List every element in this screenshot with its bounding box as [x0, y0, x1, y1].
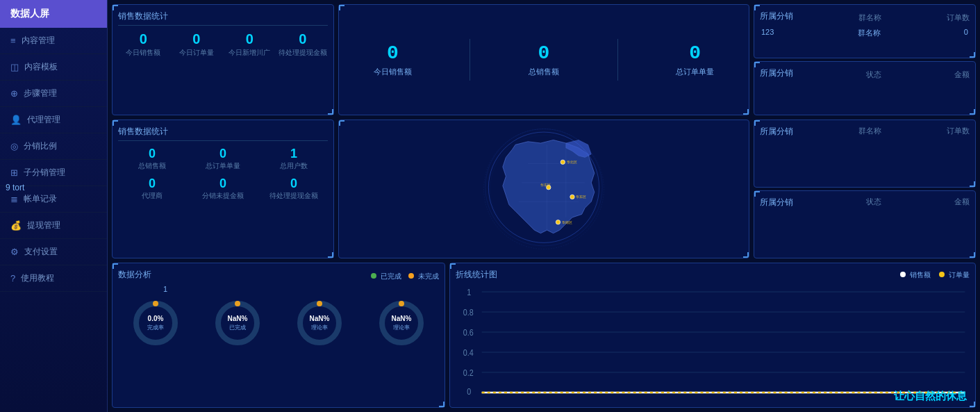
svg-point-25 — [300, 304, 339, 343]
sidebar-item-label: 使用教程 — [21, 272, 54, 284]
sales-total-stats2: 0 代理商 0 分销未提金额 0 待处理提现金额 — [118, 176, 328, 201]
right-top: 所属分销 群名称 订单数 123 群名称 0 所属分销 状态 金额 — [754, 4, 976, 115]
legend-sales-dot — [900, 272, 906, 277]
legend-orders: 订单量 — [939, 270, 970, 280]
center-divider-2 — [617, 39, 618, 81]
svg-text:NaN%: NaN% — [392, 315, 412, 322]
sales-today-title: 销售数据统计 — [118, 10, 328, 26]
legend-orders-dot — [939, 272, 945, 277]
center-total-orders: 0 总订单单量 — [676, 42, 714, 77]
donut-row: 0.0% 完成率 NaN% 已完成 — [118, 299, 439, 347]
sidebar-title: 数据人屏 — [10, 8, 49, 20]
svg-text:理论率: 理论率 — [393, 324, 410, 331]
stat-today-new: 0 今日新增川广 — [224, 31, 275, 57]
svg-text:2024 08 13: 2024 08 13 — [809, 397, 837, 398]
svg-text:已完成: 已完成 — [229, 324, 246, 331]
svg-text:0.6: 0.6 — [463, 327, 474, 338]
svg-text:NaN%: NaN% — [310, 315, 330, 322]
right-mid-col1: 群名称 — [858, 126, 881, 140]
stat-agents-lbl: 代理商 — [118, 191, 186, 201]
stat-today-orders: 0 今日订单量 — [172, 31, 222, 57]
stat-today-orders-lbl: 今日订单量 — [179, 49, 214, 56]
sidebar-item-agent[interactable]: 👤 代理管理 — [0, 107, 107, 133]
dist-row1-group: 群名称 — [858, 28, 881, 38]
center-total-sales: 0 总销售额 — [529, 42, 559, 77]
stat-total-sales-val: 0 — [118, 147, 186, 161]
center-total-sales-val: 0 — [529, 42, 559, 64]
withdraw-icon: 💰 — [10, 220, 22, 231]
stat-total-orders: 0 总订单单量 — [189, 147, 257, 171]
distribution-sales-panel: 所属分销 群名称 订单数 123 群名称 0 — [754, 4, 976, 58]
dist-row1-orders: 0 — [964, 28, 968, 38]
analysis-legend: 已完成 未完成 — [371, 272, 439, 281]
tutorial-icon: ? — [10, 273, 15, 283]
stat-unsettled: 0 分销未提金额 — [189, 176, 257, 201]
sidebar-item-label: 代理管理 — [27, 114, 60, 126]
legend-sales: 销售额 — [900, 270, 931, 280]
stat-pending-withdraw-lbl: 待处理提现金额 — [260, 191, 328, 201]
dist-row1-name: 123 — [761, 28, 774, 38]
right-mid-col2: 订单数 — [947, 126, 970, 140]
center-total-sales-lbl: 总销售额 — [529, 67, 559, 77]
sidebar-item-steps[interactable]: ⊕ 步骤管理 — [0, 81, 107, 107]
sidebar-item-payment[interactable]: ⚙ 支付设置 — [0, 239, 107, 265]
svg-text:0.0%: 0.0% — [148, 315, 164, 322]
svg-text:NaN%: NaN% — [228, 315, 248, 322]
dist-col2: 订单数 — [947, 13, 970, 23]
nine-tort-label: 9 tort — [0, 180, 30, 195]
right-mid-bottom-panel: 所属分销 状态 金额 — [754, 190, 976, 258]
sidebar-item-content[interactable]: ≡ 内容管理 — [0, 28, 107, 54]
svg-text:理论率: 理论率 — [311, 324, 328, 331]
svg-text:0.8: 0.8 — [463, 307, 474, 318]
stat-today-new-lbl: 今日新增川广 — [229, 49, 270, 56]
stat-agents-val: 0 — [118, 176, 186, 191]
ratio-icon: ◎ — [10, 141, 18, 151]
template-icon: ◫ — [10, 62, 19, 72]
donut-4: NaN% 理论率 — [377, 299, 426, 347]
bottom-text: 让心自然的休息 — [894, 390, 967, 403]
svg-text:1: 1 — [467, 287, 471, 297]
right-mid-col4: 金额 — [954, 197, 970, 211]
right-mid-top-panel: 所属分销 群名称 订单数 — [754, 120, 976, 188]
legend-done-dot — [371, 273, 376, 279]
sidebar-item-tutorial[interactable]: ? 使用教程 — [0, 265, 107, 292]
mid-row: 销售数据统计 0 总销售额 0 总订单单量 1 总用户数 0 代理商 — [112, 120, 976, 258]
stat-pending-withdraw: 0 待处理提现金额 — [260, 176, 328, 201]
stat-unsettled-lbl: 分销未提金额 — [189, 191, 257, 201]
stat-total-orders-val: 0 — [189, 147, 257, 161]
sales-today-stats: 0 今日销售额 0 今日订单量 0 今日新增川广 0 待处理提现金额 — [118, 31, 328, 57]
chart-legend: 销售额 订单量 — [900, 270, 970, 280]
bottom-row: 数据分析 已完成 未完成 1 — [112, 263, 976, 408]
stat-total-users: 1 总用户数 — [260, 147, 328, 171]
sidebar-item-label: 内容模板 — [24, 61, 58, 73]
donut-3-svg: NaN% 理论率 — [295, 299, 344, 347]
sidebar-item-ratio[interactable]: ◎ 分销比例 — [0, 133, 107, 160]
sales-total-title: 销售数据统计 — [118, 126, 328, 141]
stat-today-pending: 0 待处理提现金额 — [278, 31, 329, 57]
stat-today-new-val: 0 — [224, 31, 275, 47]
bills-icon: ≣ — [10, 194, 18, 204]
center-today-sales-lbl: 今日销售额 — [374, 67, 412, 77]
svg-text:华东区: 华东区 — [576, 195, 586, 199]
stat-total-orders-lbl: 总订单单量 — [189, 161, 257, 171]
stat-today-sales: 0 今日销售额 — [118, 31, 169, 57]
analysis-title: 数据分析 — [118, 269, 151, 283]
legend-undone-dot — [408, 273, 414, 279]
sidebar-item-template[interactable]: ◫ 内容模板 — [0, 54, 107, 81]
stat-unsettled-val: 0 — [189, 176, 257, 191]
svg-point-13 — [556, 220, 560, 224]
svg-text:2024 08 08: 2024 08 08 — [482, 397, 510, 398]
svg-text:2024 08 11: 2024 08 11 — [678, 397, 706, 398]
legend-done: 已完成 — [371, 272, 401, 281]
stat-today-orders-val: 0 — [172, 31, 222, 47]
distribution-detail-panel: 所属分销 状态 金额 — [754, 61, 976, 115]
svg-text:0: 0 — [467, 386, 471, 397]
stat-today-pending-lbl: 待处理提现金额 — [279, 49, 327, 56]
stat-today-pending-val: 0 — [278, 31, 329, 47]
donut-1-svg: 0.0% 完成率 — [131, 299, 180, 347]
stat-agents: 0 代理商 — [118, 176, 186, 201]
steps-icon: ⊕ — [10, 88, 18, 99]
sidebar-item-withdraw[interactable]: 💰 提现管理 — [0, 213, 107, 239]
donut-2: NaN% 已完成 — [213, 299, 262, 347]
sales-total-panel: 销售数据统计 0 总销售额 0 总订单单量 1 总用户数 0 代理商 — [112, 120, 334, 258]
